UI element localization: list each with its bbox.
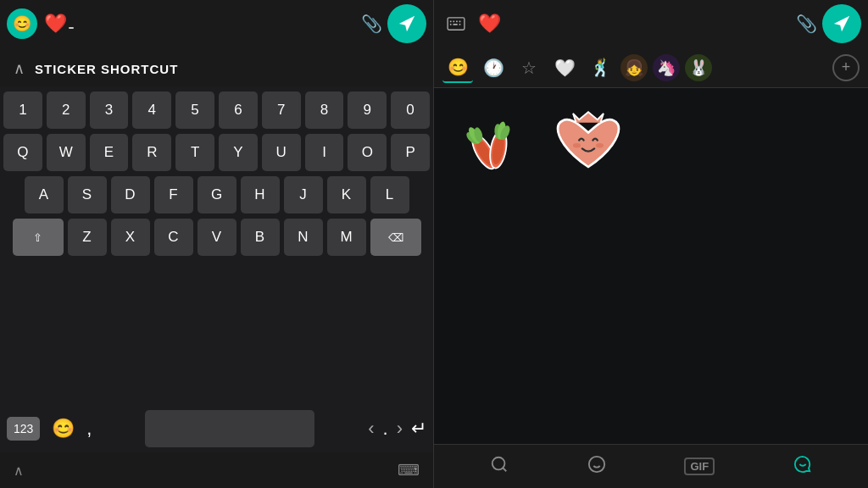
sticker-tab-unicorn2[interactable]: 🐰 (685, 54, 712, 81)
key-3[interactable]: 3 (90, 92, 129, 129)
panel-bottom-bar: ∧ ⌨ (0, 452, 433, 488)
key-i[interactable]: I (305, 134, 344, 171)
attachment-icon-right[interactable]: 📎 (796, 14, 817, 34)
gif-bottom-button[interactable]: GIF (684, 458, 715, 475)
svg-rect-3 (456, 20, 458, 22)
key-h[interactable]: H (241, 176, 280, 214)
key-x[interactable]: X (111, 219, 150, 256)
key-9[interactable]: 9 (348, 92, 387, 129)
keyboard-row-numbers: 1 2 3 4 5 6 7 8 9 0 (3, 92, 430, 129)
key-5[interactable]: 5 (175, 92, 214, 129)
send-icon-left (398, 14, 416, 33)
keyboard-bottom-row: 123 😊 , ‹ . › ↵ (0, 407, 433, 452)
key-period[interactable]: . (383, 418, 388, 440)
key-m[interactable]: M (327, 219, 366, 256)
send-button-left[interactable] (387, 4, 426, 43)
key-e[interactable]: E (90, 134, 129, 171)
key-g[interactable]: G (198, 176, 236, 214)
svg-rect-1 (450, 20, 452, 22)
emoji-bottom-icon[interactable] (587, 455, 606, 478)
sticker-bottom-icon[interactable] (793, 455, 812, 478)
sticker-tab-star[interactable]: ☆ (514, 53, 544, 83)
svg-rect-4 (459, 20, 461, 22)
key-7[interactable]: 7 (262, 92, 301, 129)
key-q[interactable]: Q (3, 134, 42, 171)
left-chat-input-bar: 😊 ❤️ 📎 (0, 0, 433, 47)
send-button-right[interactable] (822, 4, 861, 43)
sticker-heart-face[interactable] (546, 102, 631, 186)
emoji-button[interactable]: 😊 (7, 8, 37, 39)
keyboard-row-asdf: A S D F G H J K L (3, 176, 430, 214)
key-space[interactable] (145, 410, 314, 447)
search-icon (490, 455, 509, 474)
svg-rect-6 (453, 24, 457, 25)
key-a[interactable]: A (25, 176, 64, 214)
key-o[interactable]: O (348, 134, 387, 171)
key-n[interactable]: N (284, 219, 323, 256)
sticker-tab-dance-icon: 🕺 (590, 58, 611, 78)
sticker-tab-heart[interactable]: 🤍 (549, 53, 580, 83)
keyboard-bottom-left: 123 😊 , (7, 417, 92, 441)
key-1[interactable]: 1 (3, 92, 42, 129)
keyboard-bottom-right: ‹ . › ↵ (368, 418, 426, 440)
key-8[interactable]: 8 (305, 92, 344, 129)
key-p[interactable]: P (391, 134, 430, 171)
bottom-chevron-icon[interactable]: ∧ (14, 463, 24, 479)
key-v[interactable]: V (198, 219, 236, 256)
sticker-icon (793, 455, 812, 474)
svg-rect-2 (453, 20, 454, 22)
key-z[interactable]: Z (68, 219, 107, 256)
sticker-tab-emoji-icon: 😊 (448, 57, 469, 77)
sticker-tab-girl-icon: 👧 (625, 58, 643, 77)
key-123[interactable]: 123 (7, 417, 40, 441)
keyboard: 1 2 3 4 5 6 7 8 9 0 Q W E R T Y U I O P … (0, 86, 433, 407)
sticker-tab-girl[interactable]: 👧 (620, 54, 648, 81)
key-b[interactable]: B (241, 219, 280, 256)
sticker-tab-add[interactable]: + (832, 54, 860, 81)
key-4[interactable]: 4 (132, 92, 171, 129)
svg-point-20 (492, 458, 505, 470)
svg-line-21 (504, 468, 507, 471)
key-6[interactable]: 6 (219, 92, 258, 129)
key-t[interactable]: T (175, 134, 214, 171)
key-r[interactable]: R (132, 134, 171, 171)
keyboard-button-right[interactable] (441, 8, 471, 39)
key-s[interactable]: S (68, 176, 107, 214)
sticker-tabs: 😊 🕐 ☆ 🤍 🕺 👧 🦄 🐰 + (434, 47, 868, 88)
key-comma[interactable]: , (86, 418, 92, 440)
sticker-tab-unicorn2-icon: 🐰 (689, 58, 708, 77)
key-shift[interactable]: ⇧ (13, 219, 64, 256)
key-y[interactable]: Y (219, 134, 258, 171)
key-c[interactable]: C (154, 219, 193, 256)
key-w[interactable]: W (47, 134, 86, 171)
key-2[interactable]: 2 (47, 92, 86, 129)
sticker-tab-dance[interactable]: 🕺 (585, 53, 615, 83)
search-bottom-icon[interactable] (490, 455, 509, 478)
sticker-tab-recent[interactable]: 🕐 (478, 53, 509, 83)
right-bottom-bar: GIF (434, 444, 868, 488)
key-emoji[interactable]: 😊 (52, 418, 75, 440)
key-chevron-right[interactable]: › (397, 418, 403, 440)
sticker-tab-star-icon: ☆ (521, 58, 537, 78)
key-0[interactable]: 0 (391, 92, 430, 129)
key-f[interactable]: F (154, 176, 193, 214)
key-chevron-left[interactable]: ‹ (368, 418, 374, 440)
key-j[interactable]: J (284, 176, 323, 214)
keyboard-toggle-icon[interactable]: ⌨ (398, 461, 420, 480)
key-k[interactable]: K (327, 176, 366, 214)
sticker-tab-unicorn1[interactable]: 🦄 (653, 54, 680, 81)
sticker-shortcut-header: ∧ STICKER SHORTCUT (0, 47, 433, 86)
cursor-line (69, 27, 74, 29)
sticker-carrots[interactable] (448, 102, 532, 186)
sticker-tab-emoji[interactable]: 😊 (442, 53, 473, 83)
key-u[interactable]: U (262, 134, 301, 171)
key-l[interactable]: L (370, 176, 409, 214)
collapse-icon[interactable]: ∧ (14, 59, 25, 78)
key-d[interactable]: D (111, 176, 150, 214)
key-backspace[interactable]: ⌫ (370, 219, 421, 256)
attachment-icon[interactable]: 📎 (361, 14, 382, 34)
heart-icon: ❤️ (44, 13, 67, 35)
add-icon: + (842, 58, 851, 76)
key-return[interactable]: ↵ (411, 418, 426, 440)
sticker-content-area (434, 88, 868, 444)
